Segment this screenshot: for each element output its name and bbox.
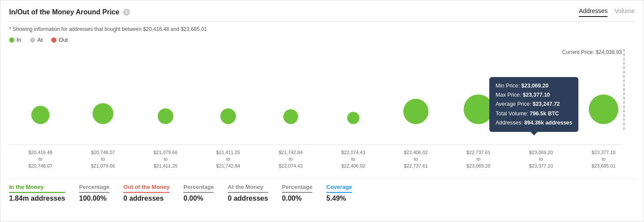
x-label-8: $23,069.20to$23,377.10 [510,149,572,169]
summary-col-in-pct: Percentage 100.00% [79,184,110,202]
legend: In At Out [9,37,635,43]
summary-value-coverage: 5.49% [326,195,352,202]
x-label-1: $20,748.07to$21,079.66 [72,149,134,169]
summary-col-out: Out of the Money 0 addresses [123,184,169,202]
tab-addresses[interactable]: Addresses [579,7,607,17]
x-label-6: $22,406.02to$22,737.61 [385,149,447,169]
summary-value-at-pct: 0.00% [282,195,312,202]
axis-line [9,145,622,145]
summary-label-in: In the Money [9,184,65,193]
tooltip-volume: Total Volume: 796.5k BTC [495,109,572,118]
legend-dot-out [51,37,56,43]
x-label-4: $21,742.84to$22,074.43 [259,149,322,169]
bubble-4[interactable] [283,109,298,124]
legend-item-out: Out [51,37,68,43]
help-icon[interactable]: ? [123,9,130,16]
tooltip-avg: Average Price: $23,247.72 [495,100,572,109]
summary-value-in: 1.84m addresses [9,195,65,202]
tooltip-avg-value: $23,247.72 [533,101,560,107]
tab-group: Addresses Volume [579,7,635,17]
info-text: * Showing information for addresses that… [9,26,635,32]
current-price-line [624,49,624,130]
x-label-9: $23,377.10to$23,685.01 [572,149,635,169]
x-label-3: $21,411.25to$21,742.84 [197,149,259,169]
bubble-7[interactable] [464,94,493,124]
tooltip-volume-value: 796.5k BTC [530,111,559,117]
bubble-col-4 [259,58,322,128]
bubble-3[interactable] [220,108,236,124]
current-price-label: Current Price: $24,038.93 [562,49,622,55]
bubble-2[interactable] [158,108,173,124]
tooltip-addresses-label: Addresses: [495,120,523,126]
summary-label-at: At the Money [228,184,268,193]
summary-col-out-pct: Percentage 0.00% [183,184,214,202]
title-text: In/Out of the Money Around Price [9,8,120,16]
bubble-col-5 [322,58,385,128]
summary-label-at-pct: Percentage [282,184,312,193]
summary-label-coverage: Coverage [326,184,352,193]
summary-col-coverage: Coverage 5.49% [326,184,352,202]
summary-col-at: At the Money 0 addresses [228,184,268,202]
summary-col-at-pct: Percentage 0.00% [282,184,312,202]
bubble-col-6 [385,58,447,128]
tooltip-box: Min Price: $23,069.20 Max Price: $23,377… [489,77,578,132]
summary-label-in-pct: Percentage [79,184,110,193]
summary-value-out: 0 addresses [123,195,169,202]
summary-value-at: 0 addresses [228,195,268,202]
x-label-5: $22,074.43to$22,406.02 [322,149,385,169]
bubble-col-0 [9,58,72,128]
tooltip-addresses-value: 894.36k addresses [524,120,572,126]
bubble-1[interactable] [93,103,113,124]
tooltip-min-label: Min Price: [495,83,520,89]
x-label-7: $22,737.61to$23,069.20 [447,149,510,169]
x-labels: $20,416.48to$20,748.07$20,748.07to$21,07… [9,149,635,169]
bubble-5[interactable] [347,112,359,124]
summary-value-out-pct: 0.00% [183,195,214,202]
card-title: In/Out of the Money Around Price ? [9,8,130,16]
tab-volume[interactable]: Volume [614,7,635,17]
legend-label-out: Out [59,37,68,43]
legend-label-in: In [17,37,21,43]
summary-col-in: In the Money 1.84m addresses [9,184,65,202]
legend-dot-at [30,37,35,43]
tooltip-max: Max Price: $23,377.10 [495,91,572,100]
bubble-col-3 [197,58,259,128]
tooltip-max-value: $23,377.10 [523,92,550,98]
card-header: In/Out of the Money Around Price ? Addre… [9,7,635,22]
bubble-col-2 [134,58,197,128]
summary-label-out: Out of the Money [123,184,169,193]
card: In/Out of the Money Around Price ? Addre… [0,0,644,222]
tooltip-avg-label: Average Price: [495,101,531,107]
summary-value-in-pct: 100.00% [79,195,110,202]
legend-item-in: In [9,37,21,43]
bubble-0[interactable] [31,106,50,124]
legend-item-at: At [30,37,43,43]
chart-area: Current Price: $24,038.93 Min Price: $23… [9,49,635,145]
tooltip-min-value: $23,069.20 [521,83,549,89]
bubble-6[interactable] [403,99,428,124]
summary-label-out-pct: Percentage [183,184,214,193]
bubble-9[interactable] [589,94,618,124]
x-label-0: $20,416.48to$20,748.07 [9,149,72,169]
summary-row: In the Money 1.84m addresses Percentage … [9,178,635,202]
tooltip-volume-label: Total Volume: [495,111,528,117]
tooltip-min: Min Price: $23,069.20 [495,81,572,91]
tooltip-max-label: Max Price: [495,92,521,98]
legend-label-at: At [37,37,43,43]
bubble-col-1 [72,58,134,128]
tooltip-arrow [531,132,538,135]
tooltip-addresses: Addresses: 894.36k addresses [495,118,572,128]
bubble-col-9 [572,58,635,128]
legend-dot-in [9,37,14,43]
x-label-2: $21,079.66to$21,411.25 [134,149,197,169]
